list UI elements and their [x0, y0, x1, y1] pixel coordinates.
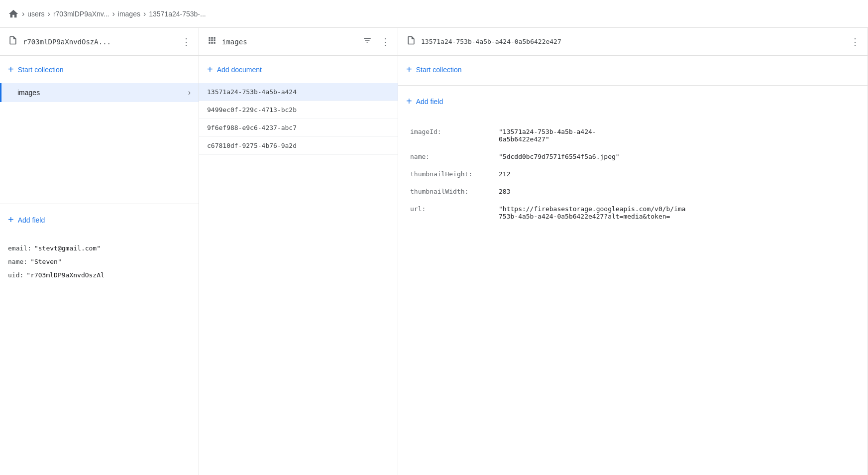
start-collection-label-1: Start collection — [18, 66, 64, 74]
panel-images-collection: images ⋮ + Add document 13571a24-753b-4a… — [199, 28, 398, 475]
panel1-fields: email: "stevt@gmail.com" name: "Steven" … — [0, 234, 199, 290]
panel3-scroll: + Start collection + Add field imageId: … — [398, 56, 868, 475]
field-name-key: name: — [8, 258, 27, 265]
breadcrumb: › users › r703mlDP9aXnv... › images › 13… — [0, 0, 868, 28]
panel2-more-icon[interactable]: ⋮ — [381, 36, 390, 47]
panel3-value-url: "https://firebasestorage.googleapis.com/… — [499, 205, 686, 220]
panel3-key-thumbnailHeight: thumbnailHeight: — [410, 170, 495, 178]
panel3-header: 13571a24-753b-4a5b-a424-0a5b6422e427 ⋮ — [398, 28, 868, 56]
panel1-more-icon[interactable]: ⋮ — [182, 36, 191, 47]
panel3-fields: imageId: "13571a24-753b-4a5b-a424-0a5b64… — [398, 115, 868, 233]
panel2-title: images — [222, 38, 358, 46]
panel2-header: images ⋮ — [199, 28, 398, 56]
panel-user-doc: r703mlDP9aXnvdOszA... ⋮ + Start collecti… — [0, 28, 199, 475]
panel3-field-thumbnailWidth: thumbnailWidth: 283 — [410, 183, 856, 200]
panel1-title: r703mlDP9aXnvdOszA... — [23, 38, 177, 46]
field-email-value: "stevt@gmail.com" — [34, 244, 101, 252]
panel3-field-url: url: "https://firebasestorage.googleapis… — [410, 200, 856, 225]
field-email: email: "stevt@gmail.com" — [8, 241, 191, 255]
field-name-value: "Steven" — [30, 258, 62, 265]
breadcrumb-userid[interactable]: r703mlDP9aXnv... — [53, 10, 109, 18]
panel3-divider — [398, 85, 868, 86]
breadcrumb-users[interactable]: users — [27, 10, 44, 18]
images-collection-item[interactable]: images › — [0, 83, 199, 102]
breadcrumb-sep-4: › — [143, 9, 146, 18]
add-field-label-1: Add field — [18, 216, 45, 224]
home-icon[interactable] — [8, 8, 19, 19]
doc-item-0[interactable]: 13571a24-753b-4a5b-a424 — [199, 83, 398, 101]
panel3-title: 13571a24-753b-4a5b-a424-0a5b6422e427 — [421, 38, 846, 45]
panel1-doc-icon — [8, 35, 18, 48]
panel3-more-icon[interactable]: ⋮ — [851, 36, 860, 47]
add-document-label: Add document — [217, 66, 262, 74]
doc-item-1[interactable]: 9499ec0f-229c-4713-bc2b — [199, 101, 398, 119]
images-chevron-icon: › — [188, 88, 191, 97]
panel3-doc-icon — [406, 35, 416, 48]
breadcrumb-sep-3: › — [112, 9, 114, 18]
panel1-header: r703mlDP9aXnvdOszA... ⋮ — [0, 28, 199, 56]
panel3-field-name: name: "5dcdd0bc79d7571f6554f5a6.jpeg" — [410, 148, 856, 165]
field-email-key: email: — [8, 244, 31, 252]
panel3-key-imageId: imageId: — [410, 128, 495, 135]
panel3-field-thumbnailHeight: thumbnailHeight: 212 — [410, 165, 856, 183]
panel3-value-name: "5dcdd0bc79d7571f6554f5a6.jpeg" — [499, 153, 620, 160]
breadcrumb-images[interactable]: images — [118, 10, 140, 18]
panel3-key-thumbnailWidth: thumbnailWidth: — [410, 188, 495, 195]
doc-item-2[interactable]: 9f6ef988-e9c6-4237-abc7 — [199, 119, 398, 137]
panel3-key-url: url: — [410, 205, 495, 213]
panel3-value-thumbnailWidth: 283 — [499, 188, 510, 195]
start-collection-button-3[interactable]: + Start collection — [398, 56, 868, 83]
field-uid: uid: "r703mlDP9aXnvdOszAl — [8, 268, 191, 282]
panel1-divider — [0, 204, 199, 204]
add-field-label-3: Add field — [416, 98, 443, 106]
images-label: images — [17, 89, 40, 97]
panel3-value-thumbnailHeight: 212 — [499, 170, 510, 178]
panel2-doc-icon — [207, 35, 217, 48]
start-collection-button-1[interactable]: + Start collection — [0, 56, 199, 83]
breadcrumb-docid[interactable]: 13571a24-753b-... — [149, 10, 206, 18]
panel-doc-detail: 13571a24-753b-4a5b-a424-0a5b6422e427 ⋮ +… — [398, 28, 868, 475]
field-uid-key: uid: — [8, 271, 23, 279]
panel3-value-imageId: "13571a24-753b-4a5b-a424-0a5b6422e427" — [499, 128, 596, 143]
add-document-button[interactable]: + Add document — [199, 56, 398, 83]
panel2-scroll: + Add document 13571a24-753b-4a5b-a424 9… — [199, 56, 398, 475]
main-container: r703mlDP9aXnvdOszA... ⋮ + Start collecti… — [0, 28, 868, 475]
panel3-field-imageId: imageId: "13571a24-753b-4a5b-a424-0a5b64… — [410, 123, 856, 148]
start-collection-label-3: Start collection — [416, 66, 462, 74]
field-uid-value: "r703mlDP9aXnvdOszAl — [26, 271, 105, 279]
panel2-filter-icon[interactable] — [363, 36, 372, 47]
breadcrumb-sep-1: › — [22, 9, 24, 18]
breadcrumb-sep-2: › — [48, 9, 50, 18]
panel1-scroll: + Start collection images › + Add field … — [0, 56, 199, 475]
doc-item-3[interactable]: c67810df-9275-4b76-9a2d — [199, 137, 398, 155]
panel1-spacer — [0, 102, 199, 202]
add-field-button-1[interactable]: + Add field — [0, 206, 199, 234]
add-field-button-3[interactable]: + Add field — [398, 88, 868, 115]
panel3-key-name: name: — [410, 153, 495, 160]
field-name: name: "Steven" — [8, 255, 191, 268]
